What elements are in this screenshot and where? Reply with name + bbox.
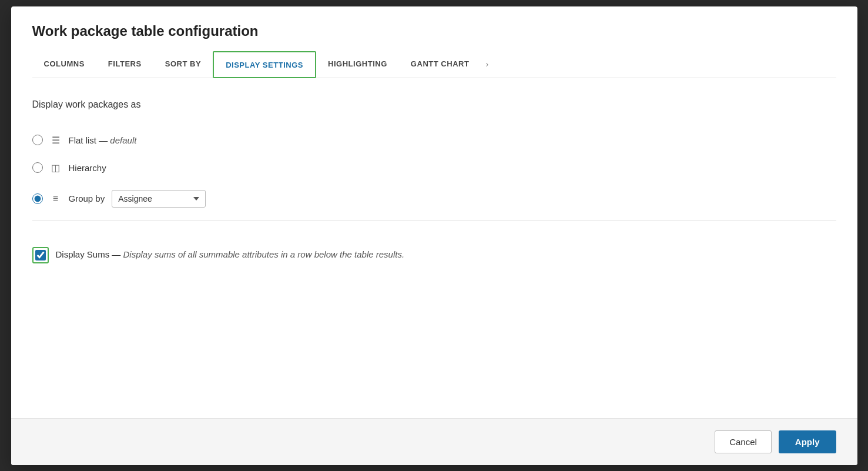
group-by-icon: ≡ — [50, 193, 62, 204]
section-label: Display work packages as — [32, 99, 836, 110]
hierarchy-icon: ◫ — [50, 162, 62, 173]
tab-filters[interactable]: FILTERS — [96, 51, 153, 78]
group-by-select[interactable]: Assignee Status Priority Type Category — [112, 190, 206, 208]
tab-bar: COLUMNS FILTERS SORT BY DISPLAY SETTINGS… — [32, 51, 836, 78]
display-sums-checkbox-wrapper — [32, 247, 49, 263]
tab-gantt-chart[interactable]: GANTT CHART — [399, 51, 481, 78]
flat-list-radio[interactable] — [32, 135, 43, 145]
tab-display-settings[interactable]: DISPLAY SETTINGS — [213, 51, 316, 78]
apply-button[interactable]: Apply — [779, 430, 836, 453]
option-flat-list: ☰ Flat list — default — [32, 126, 836, 154]
modal-dialog: Work package table configuration COLUMNS… — [11, 6, 857, 465]
hierarchy-label[interactable]: Hierarchy — [69, 163, 106, 173]
display-sums-label[interactable]: Display Sums — Display sums of all summa… — [56, 247, 405, 262]
display-sums-row: Display Sums — Display sums of all summa… — [32, 235, 836, 275]
cancel-button[interactable]: Cancel — [715, 430, 772, 453]
section-divider — [32, 221, 836, 221]
display-options-group: ☰ Flat list — default ◫ Hierarchy ≡ Grou… — [32, 126, 836, 216]
hierarchy-radio[interactable] — [32, 162, 43, 173]
option-hierarchy: ◫ Hierarchy — [32, 154, 836, 182]
tab-columns[interactable]: COLUMNS — [32, 51, 96, 78]
tab-sort-by[interactable]: SORT BY — [153, 51, 213, 78]
tab-overflow-chevron[interactable]: › — [481, 51, 493, 78]
group-by-radio[interactable] — [32, 193, 43, 204]
group-by-label[interactable]: Group by — [69, 193, 105, 203]
tab-highlighting[interactable]: HIGHLIGHTING — [316, 51, 399, 78]
option-group-by: ≡ Group by Assignee Status Priority Type… — [32, 182, 836, 216]
modal-footer: Cancel Apply — [11, 418, 857, 465]
modal-body: Display work packages as ☰ Flat list — d… — [11, 78, 857, 418]
flat-list-icon: ☰ — [50, 135, 62, 146]
display-sums-checkbox[interactable] — [35, 250, 46, 260]
modal-title: Work package table configuration — [32, 23, 836, 39]
modal-overlay: Work package table configuration COLUMNS… — [0, 0, 868, 471]
modal-header: Work package table configuration COLUMNS… — [11, 6, 857, 78]
flat-list-label[interactable]: Flat list — default — [69, 135, 137, 145]
